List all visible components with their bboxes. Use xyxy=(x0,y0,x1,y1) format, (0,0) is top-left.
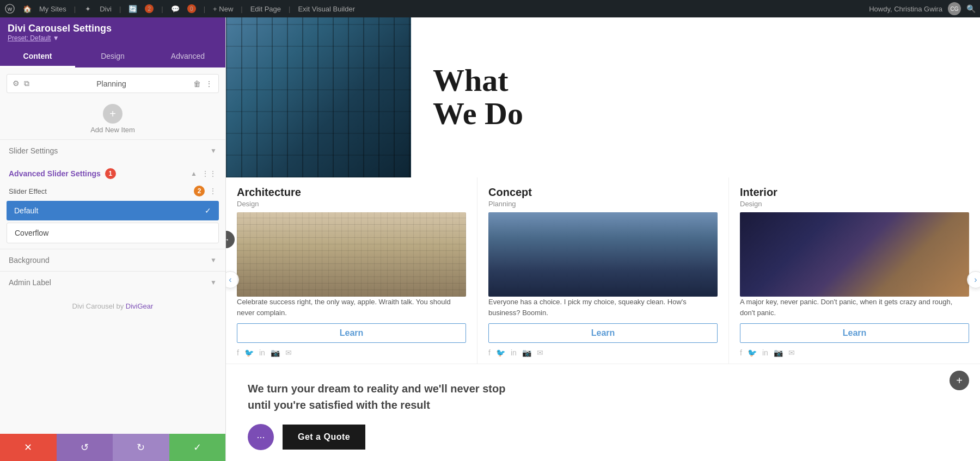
carousel-next-button[interactable]: › xyxy=(967,271,980,288)
undo-button[interactable]: ↺ xyxy=(57,434,113,461)
my-sites-link[interactable]: My Sites xyxy=(39,5,66,13)
card-interior-image xyxy=(740,212,969,297)
divi-gear-link[interactable]: DiviGear xyxy=(126,302,154,310)
background-chevron: ▼ xyxy=(210,256,217,264)
social-email-3-icon[interactable]: ✉ xyxy=(788,348,795,357)
divi-icon[interactable]: ✦ xyxy=(83,4,92,13)
card-interior-title: Interior xyxy=(740,186,969,199)
hero-building-image xyxy=(226,17,411,177)
panel-footer: ✕ ↺ ↻ ✓ xyxy=(0,434,225,461)
check-icon: ✓ xyxy=(205,206,211,215)
divi-link[interactable]: Divi xyxy=(100,5,112,13)
hero-title: WhatWe Do xyxy=(433,64,523,131)
home-icon[interactable]: 🏠 xyxy=(23,4,32,13)
social-email-2-icon[interactable]: ✉ xyxy=(537,348,543,357)
admin-bar: W 🏠 My Sites | ✦ Divi | 🔄 2 | 💬 0 | + Ne… xyxy=(0,0,980,17)
planning-actions: 🗑 ⋮ xyxy=(193,79,213,88)
panel-header: Divi Carousel Settings Preset: Default ▼ xyxy=(0,17,225,46)
dropdown-container: Default ✓ Coverflow xyxy=(0,201,225,249)
collapse-icon[interactable]: ▲ xyxy=(191,170,197,177)
social-instagram-icon[interactable]: 📷 xyxy=(271,348,280,357)
card-architecture-learn-button[interactable]: Learn xyxy=(237,323,466,343)
advanced-badge: 1 xyxy=(105,168,116,179)
planning-label: Planning xyxy=(29,79,193,88)
slider-effect-menu[interactable]: ⋮ xyxy=(209,187,217,195)
add-new-item-button[interactable]: + Add New Item xyxy=(0,99,225,139)
advanced-slider-label: Advanced Slider Settings 1 xyxy=(9,168,116,179)
delete-icon[interactable]: 🗑 xyxy=(193,79,201,88)
advanced-slider-settings-section[interactable]: Advanced Slider Settings 1 ▲ ⋮⋮ xyxy=(0,162,225,182)
dots-purple-button[interactable]: ··· xyxy=(248,424,274,450)
slider-settings-chevron: ▼ xyxy=(210,147,217,155)
social-instagram-3-icon[interactable]: 📷 xyxy=(774,348,783,357)
card-concept-title: Concept xyxy=(488,186,718,199)
social-instagram-2-icon[interactable]: 📷 xyxy=(522,348,531,357)
social-linkedin-3-icon[interactable]: in xyxy=(762,348,768,357)
admin-label-section[interactable]: Admin Label ▼ xyxy=(0,271,225,293)
slider-effect-label: Slider Effect xyxy=(9,187,189,195)
comments-icon[interactable]: 💬 xyxy=(171,4,180,13)
card-interior-learn-button[interactable]: Learn xyxy=(740,323,969,343)
social-facebook-2-icon[interactable]: f xyxy=(488,348,491,357)
tab-design[interactable]: Design xyxy=(75,46,150,67)
card-architecture-subtitle: Design xyxy=(237,200,466,208)
social-facebook-icon[interactable]: f xyxy=(237,348,239,357)
add-circle-icon: + xyxy=(103,104,122,124)
drag-handle[interactable]: ⋮⋮ xyxy=(201,169,217,178)
social-twitter-icon[interactable]: 🐦 xyxy=(244,348,254,357)
dropdown-coverflow-label: Coverflow xyxy=(15,229,48,237)
background-label: Background xyxy=(9,256,50,265)
card-concept-social: f 🐦 in 📷 ✉ xyxy=(488,348,718,357)
main-area: Divi Carousel Settings Preset: Default ▼… xyxy=(0,17,980,461)
bottom-actions: ··· Get a Quote xyxy=(248,424,958,450)
panel-preset[interactable]: Preset: Default ▼ xyxy=(8,34,218,42)
get-quote-button[interactable]: Get a Quote xyxy=(283,425,365,450)
bottom-section: We turn your dream to reality and we'll … xyxy=(226,364,980,461)
card-architecture-desc: Celebrate success right, the only way, a… xyxy=(237,297,466,318)
panel-tabs: Content Design Advanced xyxy=(0,46,225,67)
settings-icon[interactable]: ⚙ xyxy=(13,79,20,88)
background-section[interactable]: Background ▼ xyxy=(0,249,225,271)
edit-page-link[interactable]: Edit Page xyxy=(250,5,281,13)
cards-container: Architecture Design Celebrate success ri… xyxy=(226,177,980,364)
exit-visual-builder-link[interactable]: Exit Visual Builder xyxy=(298,5,355,13)
advanced-section-controls: ▲ ⋮⋮ xyxy=(191,169,217,178)
social-linkedin-2-icon[interactable]: in xyxy=(511,348,517,357)
cancel-button[interactable]: ✕ xyxy=(0,434,57,461)
social-email-icon[interactable]: ✉ xyxy=(285,348,292,357)
bottom-quote: We turn your dream to reality and we'll … xyxy=(248,380,531,413)
svg-text:W: W xyxy=(8,7,13,12)
confirm-button[interactable]: ✓ xyxy=(169,434,226,461)
tab-advanced[interactable]: Advanced xyxy=(150,46,225,67)
card-concept-learn-button[interactable]: Learn xyxy=(488,323,718,343)
duplicate-icon[interactable]: ⧉ xyxy=(24,79,29,88)
planning-row: ⚙ ⧉ Planning 🗑 ⋮ xyxy=(7,74,219,93)
social-twitter-3-icon[interactable]: 🐦 xyxy=(748,348,757,357)
add-section-button[interactable]: + xyxy=(950,371,969,390)
new-link[interactable]: + New xyxy=(213,5,233,13)
wordpress-icon[interactable]: W xyxy=(4,3,15,14)
right-content: ↔ WhatWe Do Architecture Design Celebrat… xyxy=(226,17,980,461)
admin-bar-right: Howdy, Christina Gwira CG 🔍 xyxy=(869,2,976,15)
more-icon[interactable]: ⋮ xyxy=(205,79,213,88)
dropdown-option-coverflow[interactable]: Coverflow xyxy=(7,223,219,243)
updates-icon[interactable]: 🔄 xyxy=(128,4,137,13)
social-linkedin-icon[interactable]: in xyxy=(259,348,265,357)
card-interior-desc: A major key, never panic. Don't panic, w… xyxy=(740,297,969,318)
hero-section: WhatWe Do xyxy=(226,17,980,177)
slider-settings-section[interactable]: Slider Settings ▼ xyxy=(0,139,225,162)
tab-content[interactable]: Content xyxy=(0,46,75,67)
search-icon[interactable]: 🔍 xyxy=(966,4,976,13)
social-facebook-3-icon[interactable]: f xyxy=(740,348,742,357)
dropdown-default-label: Default xyxy=(14,206,38,215)
admin-label-chevron: ▼ xyxy=(210,279,217,286)
panel-title: Divi Carousel Settings xyxy=(8,23,218,34)
credit-text: Divi Carousel by DiviGear xyxy=(0,293,225,319)
card-interior-subtitle: Design xyxy=(740,200,969,208)
dropdown-option-default[interactable]: Default ✓ xyxy=(7,201,219,220)
slider-settings-label: Slider Settings xyxy=(9,146,58,155)
howdy-text: Howdy, Christina Gwira xyxy=(869,5,942,13)
social-twitter-2-icon[interactable]: 🐦 xyxy=(496,348,505,357)
planning-icons: ⚙ ⧉ xyxy=(13,79,29,88)
redo-button[interactable]: ↻ xyxy=(113,434,169,461)
